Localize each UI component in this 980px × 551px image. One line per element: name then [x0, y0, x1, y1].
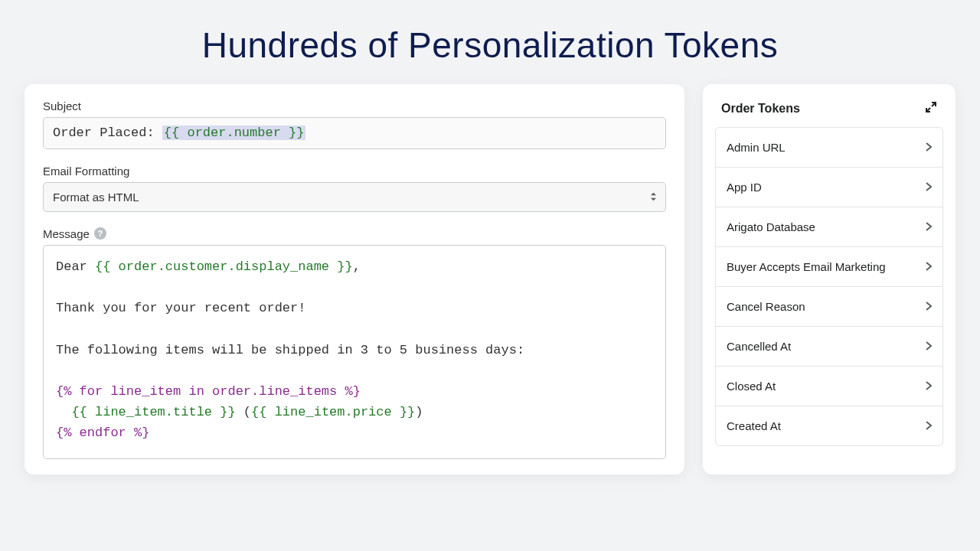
formatting-select[interactable]: Format as HTML	[43, 182, 666, 212]
token-item-label: Admin URL	[727, 141, 786, 154]
template-text: Dear	[56, 259, 95, 274]
tokens-panel-title: Order Tokens	[721, 102, 800, 116]
chevron-right-icon	[926, 260, 932, 273]
template-text: The following items will be shipped in 3…	[56, 343, 524, 357]
token-item[interactable]: Arigato Database	[716, 207, 942, 247]
token-item-label: Created At	[727, 419, 781, 432]
token-item[interactable]: Buyer Accepts Email Marketing	[716, 247, 942, 287]
token-item[interactable]: Cancelled At	[716, 327, 942, 367]
template-text: (	[236, 405, 251, 419]
template-text: ,	[353, 259, 361, 274]
token-item-label: Closed At	[727, 380, 776, 393]
token-item-label: App ID	[727, 181, 762, 194]
page-title: Hundreds of Personalization Tokens	[0, 0, 980, 84]
token-item-label: Arigato Database	[727, 220, 815, 233]
chevron-right-icon	[926, 380, 932, 393]
expand-icon[interactable]	[925, 101, 937, 116]
chevron-right-icon	[926, 220, 932, 233]
token-item-label: Buyer Accepts Email Marketing	[727, 260, 886, 273]
token-item[interactable]: App ID	[716, 168, 942, 207]
template-tag: {% endfor %}	[56, 425, 149, 440]
chevron-right-icon	[926, 141, 932, 154]
token-item[interactable]: Admin URL	[716, 128, 942, 168]
token-item[interactable]: Cancel Reason	[716, 287, 942, 327]
token-item[interactable]: Created At	[716, 406, 942, 445]
token-list: Admin URLApp IDArigato DatabaseBuyer Acc…	[715, 127, 943, 446]
help-icon[interactable]: ?	[94, 227, 106, 240]
chevron-right-icon	[926, 340, 932, 353]
chevron-right-icon	[926, 419, 932, 432]
subject-token: {{ order.number }}	[162, 126, 306, 140]
template-text	[56, 405, 71, 419]
message-label: Message	[43, 227, 90, 240]
formatting-label: Email Formatting	[43, 165, 666, 178]
tokens-panel: Order Tokens Admin URLApp IDArigato Data…	[703, 84, 956, 474]
template-tag: {% for line_item in order.line_items %}	[56, 384, 361, 399]
message-input[interactable]: Dear {{ order.customer.display_name }}, …	[43, 245, 666, 459]
token-item-label: Cancelled At	[727, 340, 791, 353]
token-item[interactable]: Closed At	[716, 367, 942, 406]
template-text: )	[415, 405, 423, 419]
subject-prefix-text: Order Placed:	[53, 126, 162, 140]
template-variable: {{ line_item.title }}	[71, 405, 235, 419]
email-editor-panel: Subject Order Placed: {{ order.number }}…	[24, 84, 684, 474]
subject-input[interactable]: Order Placed: {{ order.number }}	[43, 117, 666, 149]
template-variable: {{ order.customer.display_name }}	[95, 259, 353, 274]
template-variable: {{ line_item.price }}	[251, 405, 415, 419]
chevron-right-icon	[926, 300, 932, 313]
subject-label: Subject	[43, 99, 666, 112]
chevron-right-icon	[926, 181, 932, 194]
token-item-label: Cancel Reason	[727, 300, 805, 313]
template-text: Thank you for your recent order!	[56, 301, 305, 315]
